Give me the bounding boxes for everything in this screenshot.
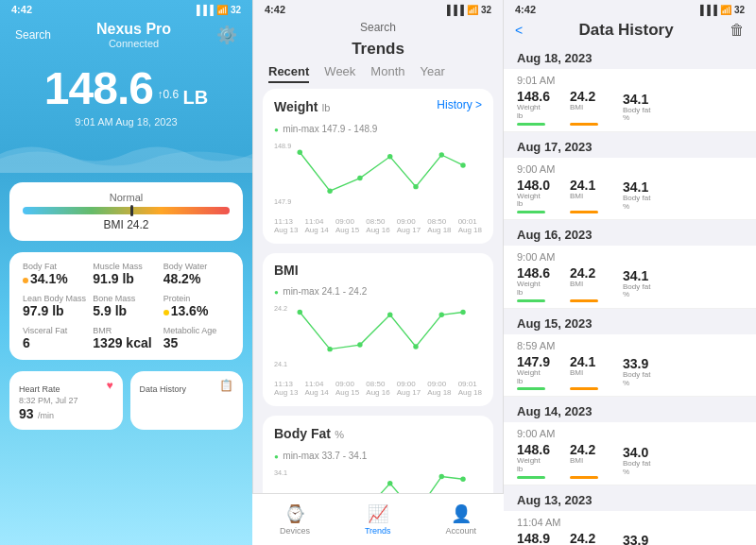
svg-point-25 — [439, 474, 444, 479]
metric-metabolicage: Metabolic Age 35 — [163, 326, 230, 350]
bf-metric-aug17-1: 34.1 Body fat% — [623, 179, 670, 212]
date-header-aug17: Aug 17, 2023 — [504, 132, 756, 158]
charts-scroll-area[interactable]: Weight lb History > ● min-max 147.9 - 14… — [253, 89, 503, 545]
svg-text:34.1: 34.1 — [274, 468, 287, 477]
bf-lbl-aug16-1: Body fat% — [623, 283, 650, 300]
trends-status-bar: 4:42 ▐▐▐ 📶 32 — [253, 0, 503, 19]
data-history-card[interactable]: Data History 📋 — [130, 371, 244, 430]
bmr-label: BMR — [93, 326, 159, 335]
dh-row-aug18-1: 9:01 AM 148.6 Weightlb 24.2 BMI 34.1 Bod… — [504, 69, 756, 132]
nav-trends[interactable]: 📈 Trends — [365, 503, 391, 536]
tab-week[interactable]: Week — [324, 64, 355, 83]
bmi-x-3: 09:00Aug 15 — [335, 380, 359, 397]
tab-recent[interactable]: Recent — [268, 64, 309, 83]
weight-unit: LB — [183, 87, 209, 108]
svg-point-5 — [387, 154, 392, 159]
trends-icon: 📈 — [368, 503, 388, 524]
svg-text:24.2: 24.2 — [274, 304, 287, 313]
gear-icon[interactable]: ⚙️ — [216, 25, 237, 45]
svg-point-16 — [439, 313, 444, 317]
x-label-3: 09:00Aug 15 — [335, 217, 359, 234]
bmi-x-2: 11:04Aug 14 — [304, 380, 328, 397]
weight-chart-header: Weight lb History > — [274, 98, 482, 115]
bmi-val-aug13-1: 24.2 — [570, 531, 595, 545]
svg-point-2 — [298, 150, 302, 155]
svg-point-3 — [327, 188, 332, 193]
chart-dot-green-bf: ● — [274, 452, 279, 461]
time-p1: 4:42 — [11, 4, 32, 15]
svg-point-13 — [357, 342, 362, 347]
bf-val-aug16-1: 34.1 — [623, 268, 648, 283]
time-aug13-1: 11:04 AM — [517, 517, 743, 528]
bonemass-label: Bone Mass — [93, 294, 159, 303]
data-history-scroll[interactable]: Aug 18, 2023 9:01 AM 148.6 Weightlb 24.2… — [504, 43, 756, 545]
bmi-chart-svg: 24.2 24.1 — [274, 298, 482, 374]
search-label-p1: Search — [15, 28, 51, 42]
dh-row-aug16-1: 9:00 AM 148.6 Weightlb 24.2 BMI 34.1 Bod… — [504, 246, 756, 309]
svg-point-8 — [460, 162, 465, 167]
bf-val-aug14-1: 34.0 — [623, 445, 648, 460]
bmi-x-5: 09:00Aug 17 — [397, 380, 421, 397]
weight-x-labels: 11:13Aug 13 11:04Aug 14 09:00Aug 15 08:5… — [274, 217, 482, 234]
tab-month[interactable]: Month — [370, 64, 404, 83]
bmi-bar-aug15-1 — [570, 387, 598, 390]
weight-bar-aug15-1 — [517, 387, 545, 390]
bmi-chart-range: min-max 24.1 - 24.2 — [283, 286, 367, 297]
metric-bonemass: Bone Mass 5.9 lb — [93, 294, 159, 318]
bmi-chart-title: BMI — [274, 263, 299, 278]
x-label-5: 09:00Aug 17 — [397, 217, 421, 234]
bonemass-value: 5.9 lb — [93, 303, 159, 318]
weight-history-link[interactable]: History > — [437, 98, 482, 111]
bodyfat-chart-unit: % — [335, 429, 344, 440]
metric-bodyfat: Body Fat 34.1% — [23, 262, 89, 286]
dh-row-aug17-1: 9:00 AM 148.0 Weightlb 24.1 BMI 34.1 Bod… — [504, 158, 756, 221]
bf-val-aug18-1: 34.1 — [623, 92, 648, 107]
bf-metric-aug18-1: 34.1 Body fat% — [623, 92, 670, 124]
heart-rate-unit: /min — [38, 411, 54, 420]
bmi-metric-aug16-1: 24.2 BMI — [570, 265, 617, 302]
bf-lbl-aug15-1: Body fat% — [623, 371, 650, 388]
metrics-aug18-1: 148.6 Weightlb 24.2 BMI 34.1 Body fat% — [517, 89, 743, 126]
metrics-aug13-1: 148.9 Weightlb 24.2 BMI 33.9 Body fat% — [517, 531, 743, 545]
weight-chart-range-row: ● min-max 147.9 - 148.9 — [274, 119, 482, 136]
weight-change: ↑0.6 — [157, 88, 179, 101]
weight-chart-title: Weight — [274, 99, 318, 114]
bmi-normal-label: Normal — [23, 192, 230, 203]
status-icons-p3: ▐▐▐ 📶 32 — [697, 5, 745, 15]
metric-visceralfat: Visceral Fat 6 — [23, 326, 89, 350]
bmi-bar-aug16-1 — [570, 299, 598, 302]
dh-title: Data History — [579, 21, 674, 40]
bottom-nav: ⌚ Devices 📈 Trends 👤 Account — [252, 493, 504, 545]
status-bar-p1: 4:42 ▐▐▐ 📶 32 — [0, 0, 252, 19]
bmi-x-4: 08:50Aug 16 — [366, 380, 389, 397]
metric-leanbodymass: Lean Body Mass 97.9 lb — [23, 294, 89, 318]
nav-account[interactable]: 👤 Account — [446, 503, 477, 536]
bmi-card: Normal BMI 24.2 — [9, 182, 243, 241]
trends-title: Trends — [253, 38, 503, 64]
panel-nexus-pro: 4:42 ▐▐▐ 📶 32 Search Nexus Pro Connected… — [0, 0, 252, 545]
bmi-lbl-aug15-1: BMI — [570, 369, 583, 386]
nav-devices[interactable]: ⌚ Devices — [280, 503, 310, 536]
musclemass-label: Muscle Mass — [93, 262, 159, 271]
time-aug16-1: 9:00 AM — [517, 251, 743, 263]
back-button[interactable]: < — [515, 23, 523, 38]
svg-point-4 — [357, 176, 362, 180]
x-label-1: 11:13Aug 13 — [274, 217, 298, 234]
bodyfat-title-area: Body Fat % — [274, 425, 344, 442]
device-info: Nexus Pro Connected — [51, 21, 216, 49]
bf-val-aug15-1: 33.9 — [623, 356, 648, 371]
heart-rate-card[interactable]: Heart Rate ♥ 8:32 PM, Jul 27 93 /min — [9, 371, 123, 430]
metrics-aug14-1: 148.6 Weightlb 24.2 BMI 34.0 Body fat% — [517, 442, 743, 479]
bf-metric-aug15-1: 33.9 Body fat% — [623, 356, 670, 388]
protein-value: 13.6% — [163, 303, 230, 318]
trash-icon[interactable]: 🗑 — [730, 22, 745, 39]
svg-point-17 — [460, 310, 465, 315]
x-label-6: 08:50Aug 18 — [427, 217, 451, 234]
heart-rate-time: 8:32 PM, Jul 27 — [19, 396, 113, 405]
bmr-value: 1329 kcal — [93, 335, 159, 350]
weight-lbl-aug14-1: Weightlb — [517, 457, 541, 474]
metrics-aug16-1: 148.6 Weightlb 24.2 BMI 34.1 Body fat% — [517, 265, 743, 302]
tab-year[interactable]: Year — [421, 64, 445, 83]
visceralfat-label: Visceral Fat — [23, 326, 89, 335]
bmi-metric-aug15-1: 24.1 BMI — [570, 354, 617, 391]
